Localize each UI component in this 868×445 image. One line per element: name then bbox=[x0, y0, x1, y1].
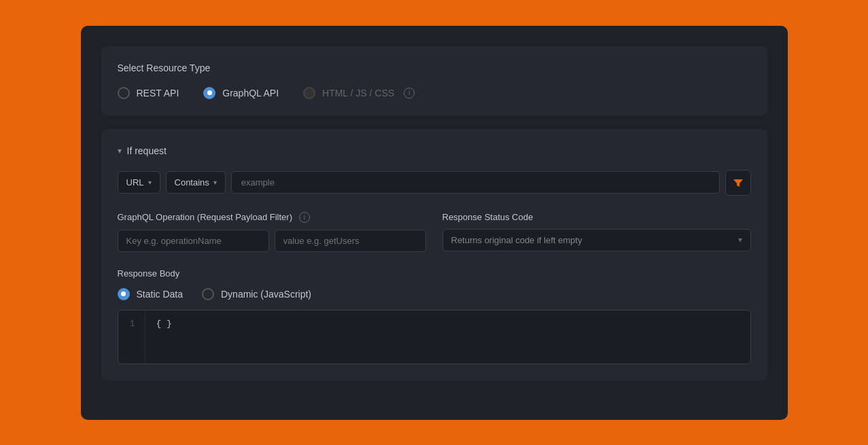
response-status-code-label: Response Status Code bbox=[442, 212, 751, 222]
graphql-value-input[interactable] bbox=[275, 230, 426, 252]
filter-icon-button[interactable] bbox=[725, 170, 751, 196]
graphql-api-radio[interactable] bbox=[203, 87, 215, 99]
code-editor[interactable]: 1 { } bbox=[118, 310, 751, 364]
url-dropdown[interactable]: URL ▾ bbox=[118, 171, 160, 194]
static-data-label: Static Data bbox=[137, 289, 183, 300]
static-data-radio[interactable] bbox=[118, 288, 130, 300]
dynamic-js-option[interactable]: Dynamic (JavaScript) bbox=[202, 288, 311, 300]
url-dropdown-chevron: ▾ bbox=[148, 179, 152, 186]
rest-api-label: REST API bbox=[137, 88, 179, 99]
line-numbers: 1 bbox=[118, 310, 145, 363]
response-body-label: Response Body bbox=[118, 268, 751, 279]
line-number-1: 1 bbox=[128, 319, 135, 329]
response-status-code-select[interactable]: Returns original code if left empty ▾ bbox=[442, 229, 751, 251]
filter-input[interactable] bbox=[231, 171, 720, 194]
contains-dropdown[interactable]: Contains ▾ bbox=[166, 171, 226, 194]
form-grid: GraphQL Operation (Request Payload Filte… bbox=[118, 212, 751, 252]
filter-row: URL ▾ Contains ▾ bbox=[118, 170, 751, 196]
filter-svg-icon bbox=[733, 177, 744, 188]
html-js-css-option[interactable]: HTML / JS / CSS i bbox=[303, 87, 415, 99]
if-request-header: ▾ If request bbox=[118, 145, 751, 156]
resource-type-title: Select Resource Type bbox=[118, 63, 751, 73]
dynamic-js-radio[interactable] bbox=[202, 288, 214, 300]
resource-type-options: REST API GraphQL API HTML / JS / CSS i bbox=[118, 87, 751, 99]
contains-dropdown-label: Contains bbox=[175, 177, 209, 188]
code-content[interactable]: { } bbox=[145, 310, 183, 363]
response-status-code-group: Response Status Code Returns original co… bbox=[442, 212, 751, 252]
response-status-code-placeholder: Returns original code if left empty bbox=[451, 235, 583, 245]
response-body-radio-group: Static Data Dynamic (JavaScript) bbox=[118, 288, 751, 300]
html-js-css-label: HTML / JS / CSS bbox=[322, 88, 394, 99]
contains-dropdown-chevron: ▾ bbox=[213, 179, 217, 186]
dynamic-js-label: Dynamic (JavaScript) bbox=[221, 289, 311, 300]
main-container: Select Resource Type REST API GraphQL AP… bbox=[81, 26, 788, 420]
rest-api-option[interactable]: REST API bbox=[118, 87, 179, 99]
response-body-section: Response Body Static Data Dynamic (JavaS… bbox=[118, 268, 751, 364]
url-dropdown-label: URL bbox=[126, 177, 144, 188]
graphql-operation-info-icon[interactable]: i bbox=[299, 212, 310, 223]
html-js-css-info-icon[interactable]: i bbox=[404, 88, 415, 99]
if-request-title: If request bbox=[127, 145, 167, 156]
html-js-css-radio bbox=[303, 87, 315, 99]
graphql-operation-group: GraphQL Operation (Request Payload Filte… bbox=[118, 212, 426, 252]
if-request-card: ▾ If request URL ▾ Contains ▾ bbox=[101, 129, 767, 380]
graphql-operation-inputs bbox=[118, 230, 426, 252]
rest-api-radio[interactable] bbox=[118, 87, 130, 99]
collapse-icon[interactable]: ▾ bbox=[118, 146, 122, 156]
graphql-operation-label: GraphQL Operation (Request Payload Filte… bbox=[118, 212, 426, 223]
graphql-api-label: GraphQL API bbox=[222, 88, 279, 99]
graphql-key-input[interactable] bbox=[118, 230, 269, 252]
graphql-api-option[interactable]: GraphQL API bbox=[203, 87, 279, 99]
resource-type-card: Select Resource Type REST API GraphQL AP… bbox=[101, 46, 767, 115]
status-code-chevron: ▾ bbox=[738, 235, 742, 245]
static-data-option[interactable]: Static Data bbox=[118, 288, 183, 300]
